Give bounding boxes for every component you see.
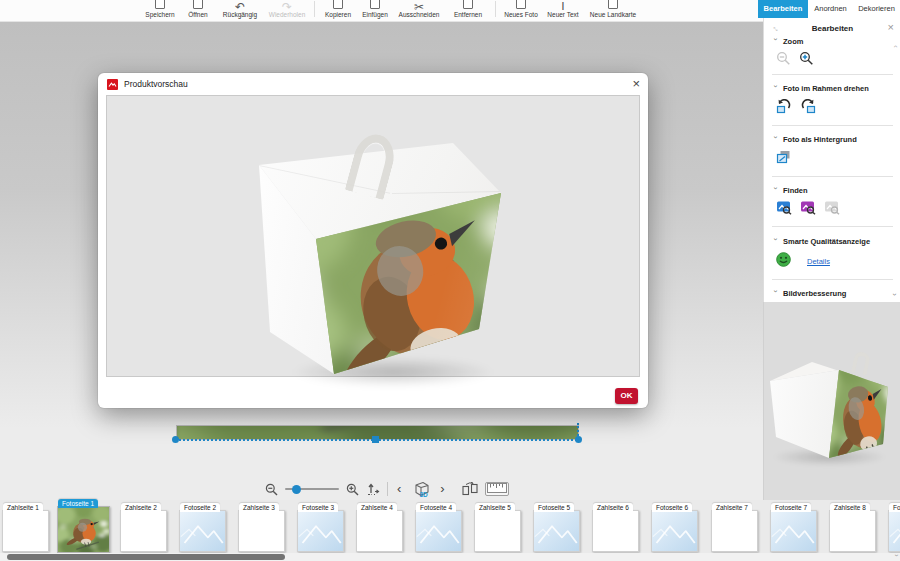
page-arrangement-button[interactable] (462, 482, 478, 496)
horizontal-scrollbar[interactable]: › (0, 553, 900, 561)
section-background[interactable]: › Foto als Hintergrund (772, 135, 857, 144)
find-photo-blue-button[interactable] (776, 200, 792, 219)
ruler-toggle-button[interactable] (485, 482, 509, 496)
scroll-right-icon[interactable]: › (892, 554, 899, 556)
selection-handle-bottom-right[interactable] (575, 436, 582, 443)
new-map-button[interactable]: Neue Landkarte (584, 0, 642, 18)
background-buttons-row (776, 150, 792, 169)
filmstrip-page-fotoseite-3[interactable]: Fotoseite 3 (297, 510, 344, 552)
cut-button[interactable]: ✂ Ausschneiden (393, 0, 445, 18)
section-find[interactable]: › Finden (772, 186, 808, 195)
page-label[interactable]: Zahlseite 5 (475, 503, 515, 512)
paste-button[interactable]: Einfügen (357, 0, 393, 18)
filmstrip-page-fotoseite-5[interactable]: Fotoseite 5 (533, 510, 580, 552)
page-label[interactable]: Zahlseite 8 (830, 503, 870, 512)
save-button[interactable]: Speichern (140, 0, 180, 18)
zoom-out-icon (265, 483, 278, 496)
filmstrip-page-zahlseite-8[interactable]: Zahlseite 8 (829, 510, 876, 552)
scroll-up-icon[interactable]: › (891, 45, 900, 48)
previous-page-button[interactable]: ‹ (395, 482, 403, 496)
filmstrip-page-zahlseite-6[interactable]: Zahlseite 6 (592, 510, 639, 552)
filmstrip-page-fotoseite-7[interactable]: Fotoseite 7 (770, 510, 817, 552)
page-label[interactable]: Fotoseite 2 (180, 503, 220, 512)
robin-photo-thumbnail (58, 507, 109, 552)
section-quality[interactable]: › Smarte Qualitätsanzeige (772, 237, 870, 246)
scrollbar-thumb[interactable] (7, 554, 285, 560)
fit-page-button[interactable] (366, 482, 380, 496)
filmstrip-page-fotoseite-4[interactable]: Fotoseite 4 (415, 510, 462, 552)
delete-button[interactable]: Entfernen (445, 0, 491, 18)
rotate-right-icon (800, 99, 816, 114)
page-label[interactable]: Fotoseite 1 (58, 499, 98, 508)
preview-box-handle (850, 350, 880, 376)
fit-page-icon (366, 482, 380, 496)
ok-button[interactable]: OK (615, 388, 638, 404)
rotate-left-button[interactable] (776, 99, 792, 118)
filmstrip-page-zahlseite-1[interactable]: Zahlseite 1 (2, 510, 49, 552)
zoom-slider-knob[interactable] (292, 485, 301, 494)
panel-close-icon[interactable]: × (888, 21, 894, 33)
tab-anordnen[interactable]: Anordnen (808, 0, 853, 18)
selection-handle-bottom-left[interactable] (172, 436, 179, 443)
page-label[interactable]: Zahlseite 7 (712, 503, 752, 512)
product-3d-box[interactable] (248, 126, 518, 386)
redo-icon: ↷ (264, 0, 310, 10)
product-preview-3d-button[interactable]: 3D (410, 481, 431, 498)
new-text-button[interactable]: I Neuer Text (542, 0, 584, 18)
page-label[interactable]: Fotoseite 3 (298, 503, 338, 512)
zoom-slider[interactable] (285, 483, 339, 495)
filmstrip-page-zahlseite-4[interactable]: Zahlseite 4 (356, 510, 403, 552)
filmstrip-page-fotoseite-8[interactable]: Fotoseite 8 (888, 510, 900, 552)
dialog-titlebar[interactable]: Produktvorschau × (98, 73, 648, 95)
filmstrip-page-fotoseite-6[interactable]: Fotoseite 6 (651, 510, 698, 552)
filmstrip-page-fotoseite-1[interactable]: Fotoseite 1 (57, 506, 110, 553)
filmstrip-page-zahlseite-3[interactable]: Zahlseite 3 (238, 510, 285, 552)
scroll-down-icon[interactable]: › (890, 293, 899, 296)
filmstrip-page-fotoseite-2[interactable]: Fotoseite 2 (179, 510, 226, 552)
page-label[interactable]: Zahlseite 1 (3, 503, 43, 512)
section-improve[interactable]: › Bildverbesserung (772, 289, 846, 298)
photo-as-background-button[interactable] (776, 150, 792, 169)
save-icon (140, 0, 180, 10)
zoom-out-button[interactable] (265, 483, 278, 496)
section-zoom[interactable]: › Zoom (772, 37, 803, 46)
page-label[interactable]: Fotoseite 4 (416, 503, 456, 512)
page-label[interactable]: Fotoseite 6 (652, 503, 692, 512)
copy-icon (319, 0, 357, 10)
preview-3d-viewport[interactable] (106, 95, 640, 377)
section-divider (772, 279, 893, 280)
zoom-in-button[interactable] (799, 51, 814, 70)
page-label[interactable]: Fotoseite 8 (889, 503, 900, 512)
copy-button[interactable]: Kopieren (319, 0, 357, 18)
section-divider (772, 226, 893, 227)
section-rotate[interactable]: › Foto im Rahmen drehen (772, 84, 869, 93)
filmstrip-page-zahlseite-5[interactable]: Zahlseite 5 (474, 510, 521, 552)
quality-details-link[interactable]: Details (807, 257, 830, 266)
new-photo-button[interactable]: Neues Foto (500, 0, 542, 18)
zoom-in-button[interactable] (346, 483, 359, 496)
quality-row: Details (776, 252, 830, 271)
dialog-close-icon[interactable]: × (632, 75, 640, 93)
next-page-button[interactable]: › (438, 482, 446, 496)
panel-tabs: Bearbeiten Anordnen Dekorieren (758, 0, 900, 18)
page-label[interactable]: Zahlseite 2 (121, 503, 161, 512)
image-icon (500, 0, 542, 10)
page-label[interactable]: Zahlseite 3 (239, 503, 279, 512)
filmstrip-page-zahlseite-7[interactable]: Zahlseite 7 (711, 510, 758, 552)
tab-dekorieren[interactable]: Dekorieren (853, 0, 900, 18)
page-label[interactable]: Zahlseite 6 (593, 503, 633, 512)
undo-button[interactable]: ↶ Rückgängig (216, 0, 264, 18)
page-label[interactable]: Fotoseite 7 (771, 503, 811, 512)
tab-bearbeiten[interactable]: Bearbeiten (758, 0, 808, 18)
quality-smiley-icon (776, 252, 791, 271)
rotate-right-button[interactable] (800, 99, 816, 118)
open-button[interactable]: Öffnen (180, 0, 216, 18)
placeholder-thumbnail (652, 511, 697, 551)
find-photo-purple-button[interactable] (800, 200, 816, 219)
page-label[interactable]: Fotoseite 5 (534, 503, 574, 512)
svg-text:3D: 3D (420, 490, 429, 497)
selection-handle-bottom-center[interactable] (372, 436, 379, 443)
chevron-down-icon: › (771, 38, 780, 45)
page-label[interactable]: Zahlseite 4 (357, 503, 397, 512)
filmstrip-page-zahlseite-2[interactable]: Zahlseite 2 (120, 510, 167, 552)
